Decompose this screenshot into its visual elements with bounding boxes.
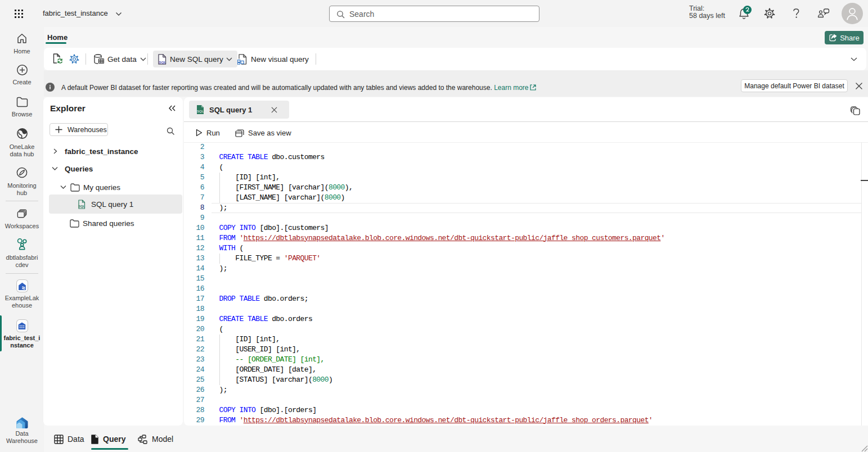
svg-text:SQL: SQL xyxy=(159,60,167,64)
svg-text:SQL: SQL xyxy=(78,205,85,208)
